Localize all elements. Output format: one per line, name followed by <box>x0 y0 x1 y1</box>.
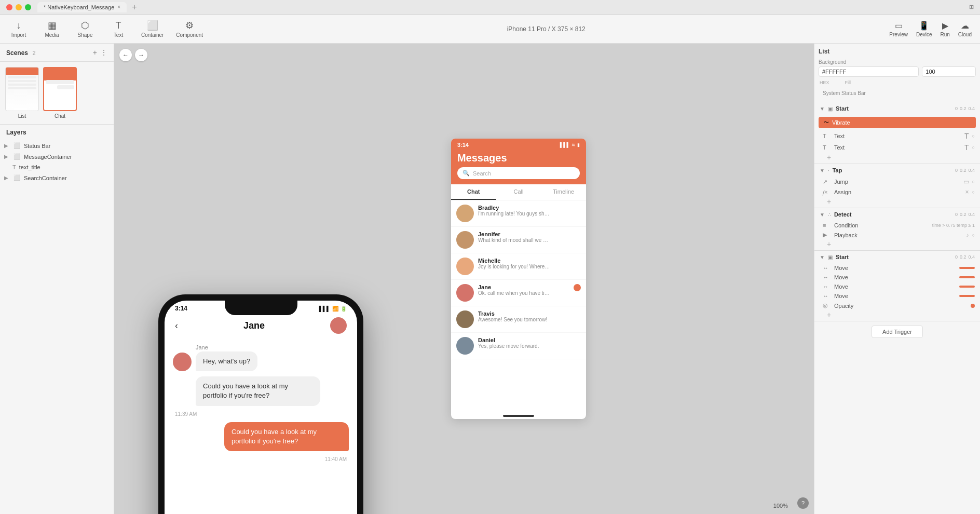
toolbar-cloud[interactable]: ☁ Cloud <box>958 21 972 37</box>
text-row-1[interactable]: T Text T ○ <box>814 130 980 142</box>
playback-row[interactable]: ▶ Playback ♪ ○ <box>814 230 980 240</box>
move-label: Move <box>834 274 956 280</box>
help-button[interactable]: ? <box>797 497 809 509</box>
toolbar: ↓ Import ▦ Media ⬡ Shape T Text ⬜ Contai… <box>0 15 980 44</box>
text-row-2[interactable]: T Text T ○ <box>814 142 980 153</box>
properties-title: List <box>819 48 976 55</box>
assign-row[interactable]: 𝑓× Assign × ○ <box>814 187 980 197</box>
tab-chat[interactable]: Chat <box>451 184 496 200</box>
hex-label: HEX <box>820 80 829 85</box>
list-item[interactable]: Michelle Joy is looking for you! Where y… <box>451 253 586 280</box>
toolbar-run[interactable]: ▶ Run <box>941 21 950 37</box>
message-content: Jane Hey, what's up? <box>196 344 257 371</box>
toolbar-container[interactable]: ⬜ Container <box>141 20 164 38</box>
add-trigger-button[interactable]: Add Trigger <box>872 326 923 338</box>
add-item-button[interactable]: + <box>814 153 980 164</box>
toolbar-import[interactable]: ↓ Import <box>8 20 29 38</box>
section-header: ▼ ▣ Start 0 0.2 0.4 <box>814 102 980 115</box>
main-content: Scenes 2 + ⋮ List <box>0 44 980 514</box>
tab-close-button[interactable]: × <box>117 4 120 10</box>
condition-row[interactable]: ≡ Condition time > 0.75 temp ≥ 1 <box>814 221 980 230</box>
nav-forward-button[interactable]: → <box>135 49 147 61</box>
tab-timeline[interactable]: Timeline <box>541 184 586 200</box>
list-item[interactable]: Bradley I'm running late! You guys shoul… <box>451 200 586 227</box>
background-row: #FFFFFF 100 <box>819 66 976 77</box>
layer-text-title[interactable]: T text_title <box>0 162 114 172</box>
list-item[interactable]: Daniel Yes, please move forward. <box>451 333 586 359</box>
layer-status-bar[interactable]: ▶ ⬜ Status Bar <box>0 140 114 151</box>
minimize-button[interactable] <box>16 4 22 10</box>
add-item-button[interactable]: + <box>814 240 980 250</box>
section-title: Detect <box>834 211 852 218</box>
message-bubble: Could you have a look at my portfolio if… <box>196 376 320 405</box>
layers-title: Layers <box>6 129 26 136</box>
toolbar-preview[interactable]: ▭ Preview <box>889 21 908 37</box>
message-preview: What kind of mood shall we use for this … <box>478 237 551 243</box>
collapse-icon[interactable]: ▼ <box>820 106 825 112</box>
canvas-nav: ← → <box>119 49 147 61</box>
vibrate-icon: 〜 <box>824 119 829 126</box>
toolbar-device[interactable]: 📱 Device <box>916 21 932 37</box>
left-panel: Scenes 2 + ⋮ List <box>0 44 114 514</box>
fill-value: 100 <box>925 69 935 75</box>
condition-icon: ≡ <box>823 222 831 228</box>
expand-icon[interactable]: ▶ <box>4 143 10 148</box>
tab-call[interactable]: Call <box>496 184 541 200</box>
collapse-icon[interactable]: ▼ <box>820 168 825 173</box>
jump-row[interactable]: ↗ Jump ▭ ○ <box>814 177 980 187</box>
move-row-2[interactable]: ↔ Move <box>814 273 980 282</box>
cloud-label: Cloud <box>958 32 972 37</box>
vibrate-row[interactable]: 〜 Vibrate <box>819 117 976 128</box>
contact-name: Jane <box>478 284 569 290</box>
toolbar-shape[interactable]: ⬡ Shape <box>75 20 96 38</box>
list-item[interactable]: Jane Ok. call me when you have time. <box>451 280 586 306</box>
scene-chat-thumb <box>43 67 77 111</box>
list-item[interactable]: Jennifer What kind of mood shall we use … <box>451 227 586 253</box>
close-button[interactable] <box>6 4 12 10</box>
toolbar-text[interactable]: T Text <box>108 20 129 38</box>
add-item-button[interactable]: + <box>814 310 980 321</box>
new-tab-button[interactable]: + <box>130 3 139 12</box>
move-row-4[interactable]: ↔ Move <box>814 291 980 301</box>
move-row-1[interactable]: ↔ Move <box>814 263 980 273</box>
toolbar-media[interactable]: ▦ Media <box>42 20 62 38</box>
app-search-bar[interactable]: 🔍 Search <box>457 167 580 179</box>
media-label: Media <box>45 32 59 38</box>
scenes-menu-button[interactable]: ⋮ <box>100 48 107 57</box>
move-icon: ↔ <box>823 274 831 280</box>
section-left: ▼ ▣ Start <box>820 254 849 260</box>
collapse-icon[interactable]: ▼ <box>820 212 825 218</box>
collapse-icon[interactable]: ▼ <box>820 254 825 260</box>
nav-back-button[interactable]: ← <box>119 49 132 61</box>
expand-icon[interactable]: ▶ <box>4 154 10 159</box>
contact-name: Bradley <box>478 205 581 211</box>
opacity-row[interactable]: ◎ Opacity <box>814 301 980 310</box>
move-icon: ↔ <box>823 293 831 299</box>
preview-icon: ▭ <box>895 21 903 31</box>
add-item-button[interactable]: + <box>814 197 980 208</box>
section-left: ▼ ∴ Detect <box>820 211 852 218</box>
contact-name: Daniel <box>478 337 581 343</box>
scene-chat[interactable]: Chat <box>43 67 77 119</box>
layer-message-container[interactable]: ▶ ⬜ MessageContainer <box>0 151 114 162</box>
maximize-button[interactable] <box>25 4 31 10</box>
chat-back-button[interactable]: ‹ <box>175 320 178 331</box>
move-label: Move <box>834 283 956 290</box>
canvas-area[interactable]: ← → 3:14 ▌▌▌ 📶 🔋 <box>114 44 814 514</box>
list-item[interactable]: Travis Awesome! See you tomorrow! <box>451 306 586 333</box>
titlebar-right: ⊞ <box>969 4 974 10</box>
expand-icon[interactable]: ▶ <box>4 175 10 181</box>
move-row-3[interactable]: ↔ Move <box>814 282 980 291</box>
toolbar-component[interactable]: ⚙ Component <box>176 20 203 38</box>
layer-search-container[interactable]: ▶ ⬜ SearchContainer <box>0 172 114 183</box>
properties-panel: List Background #FFFFFF 100 HEX Fill Sys… <box>814 44 980 102</box>
hex-input[interactable]: #FFFFFF <box>819 66 919 77</box>
right-panel: List Background #FFFFFF 100 HEX Fill Sys… <box>814 44 980 514</box>
avatar <box>456 310 474 328</box>
device-icon: 📱 <box>919 21 929 31</box>
active-tab[interactable]: * NativeKeyboard_Message × <box>37 2 127 12</box>
container-icon: ⬜ <box>147 20 158 31</box>
fill-input[interactable]: 100 <box>922 66 976 77</box>
add-scene-button[interactable]: + <box>93 48 97 57</box>
scene-list[interactable]: List <box>5 67 39 119</box>
